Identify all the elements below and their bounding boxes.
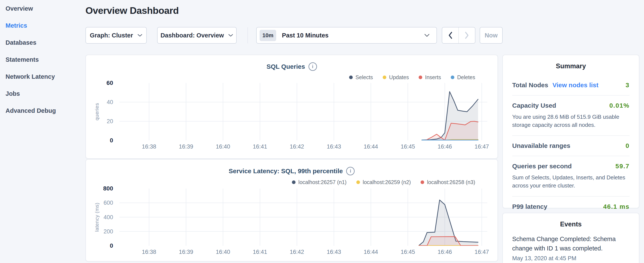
info-icon[interactable] bbox=[346, 167, 355, 175]
events-panel: Events Schema Change Completed: Schema c… bbox=[502, 213, 639, 263]
legend-dot bbox=[349, 76, 353, 79]
chart-title: Service Latency: SQL, 99th percentile bbox=[229, 167, 343, 175]
sidebar-item-statements[interactable]: Statements bbox=[0, 51, 82, 68]
summary-row-label: Total Nodes bbox=[512, 82, 548, 89]
legend-label: Selects bbox=[356, 74, 373, 80]
app-root: OverviewMetricsDatabasesStatementsNetwor… bbox=[0, 0, 644, 263]
chart-svg bbox=[120, 188, 487, 246]
time-back-button[interactable] bbox=[442, 28, 459, 43]
summary-row-subtext: You are using 28.6 MiB of 515.9 GiB usab… bbox=[512, 113, 630, 129]
chevron-down-icon bbox=[228, 34, 233, 37]
legend-item: localhost:26257 (n1) bbox=[292, 179, 346, 185]
chart-title: SQL Queries bbox=[266, 63, 305, 70]
chevron-left-icon bbox=[448, 32, 452, 39]
x-tick-label: 16:42 bbox=[290, 249, 304, 255]
time-range-dropdown[interactable]: 10m Past 10 Minutes bbox=[256, 27, 437, 44]
y-axis-ticks: 0200400600800 bbox=[90, 188, 113, 246]
sidebar-item-jobs[interactable]: Jobs bbox=[0, 85, 82, 102]
chevron-down-icon bbox=[137, 34, 142, 37]
service-latency-chart-card: Service Latency: SQL, 99th percentile lo… bbox=[86, 159, 498, 261]
y-tick-label: 0 bbox=[90, 137, 113, 144]
legend-item: localhost:26258 (n3) bbox=[420, 179, 475, 185]
x-tick-label: 16:43 bbox=[327, 249, 341, 255]
summary-row-subtext: Sum of Selects, Updates, Inserts, and De… bbox=[512, 174, 630, 190]
x-tick-label: 16:47 bbox=[474, 249, 489, 255]
legend-dot bbox=[419, 76, 422, 79]
summary-row-value: 0 bbox=[626, 142, 630, 149]
sidebar-item-advanced-debug[interactable]: Advanced Debug bbox=[0, 102, 82, 119]
y-tick-label: 800 bbox=[90, 185, 113, 192]
legend-item: Selects bbox=[349, 74, 373, 80]
summary-row-label: Capacity Used bbox=[512, 102, 556, 109]
sidebar-item-metrics[interactable]: Metrics bbox=[0, 17, 82, 34]
legend-item: Inserts bbox=[419, 74, 441, 80]
events-list: Schema Change Completed: Schema change w… bbox=[503, 234, 639, 262]
sidebar-item-databases[interactable]: Databases bbox=[0, 34, 82, 51]
summary-row-label: Queries per second bbox=[512, 163, 572, 170]
chart-legend: SelectsUpdatesInsertsDeletes bbox=[349, 74, 475, 80]
summary-rows: Total NodesView nodes list3Capacity Used… bbox=[503, 75, 639, 217]
y-tick-label: 40 bbox=[90, 99, 113, 106]
summary-row: Total NodesView nodes list3 bbox=[512, 75, 630, 96]
x-tick-label: 16:44 bbox=[364, 249, 378, 255]
y-tick-label: 20 bbox=[90, 118, 113, 125]
summary-row-value: 3 bbox=[626, 82, 630, 89]
legend-item: Updates bbox=[383, 74, 409, 80]
info-icon[interactable] bbox=[308, 62, 317, 71]
legend-label: Deletes bbox=[457, 74, 475, 80]
legend-dot bbox=[356, 180, 360, 184]
now-button[interactable]: Now bbox=[480, 27, 502, 44]
legend-label: localhost:26259 (n2) bbox=[363, 179, 411, 185]
legend-item: Deletes bbox=[451, 74, 475, 80]
y-tick-label: 400 bbox=[90, 214, 113, 220]
x-tick-label: 16:41 bbox=[253, 249, 267, 255]
legend-item: localhost:26259 (n2) bbox=[356, 179, 411, 185]
chart-header: Service Latency: SQL, 99th percentile bbox=[86, 167, 498, 175]
sql-queries-chart-card: SQL Queries SelectsUpdatesInsertsDeletes… bbox=[86, 55, 498, 159]
x-tick-label: 16:46 bbox=[438, 143, 452, 150]
summary-row: Capacity Used0.01%You are using 28.6 MiB… bbox=[512, 96, 630, 136]
x-tick-label: 16:45 bbox=[400, 249, 415, 255]
sidebar-items: OverviewMetricsDatabasesStatementsNetwor… bbox=[0, 0, 82, 119]
time-range-label: Past 10 Minutes bbox=[282, 32, 328, 39]
chevron-right-icon bbox=[465, 32, 469, 39]
x-tick-label: 16:38 bbox=[142, 249, 156, 255]
x-tick-label: 16:40 bbox=[216, 143, 230, 150]
x-tick-label: 16:47 bbox=[474, 143, 489, 150]
view-nodes-link[interactable]: View nodes list bbox=[552, 82, 598, 89]
x-tick-label: 16:43 bbox=[327, 143, 341, 150]
summary-heading: Summary bbox=[503, 62, 639, 70]
x-tick-label: 16:46 bbox=[438, 249, 452, 255]
chevron-down-icon bbox=[424, 34, 430, 37]
summary-row-value: 0.01% bbox=[609, 102, 630, 109]
events-heading: Events bbox=[503, 220, 639, 228]
y-tick-label: 600 bbox=[90, 200, 113, 206]
x-tick-label: 16:38 bbox=[142, 143, 156, 150]
summary-row: Queries per second59.7Sum of Selects, Up… bbox=[512, 156, 630, 196]
summary-row-head: Unavailable ranges0 bbox=[512, 142, 630, 149]
dashboard-dropdown-label: Dashboard: Overview bbox=[160, 32, 224, 39]
y-tick-label: 60 bbox=[90, 80, 113, 86]
sidebar-item-network-latency[interactable]: Network Latency bbox=[0, 68, 82, 85]
x-tick-label: 16:39 bbox=[179, 143, 193, 150]
chart-plot-area bbox=[120, 188, 487, 246]
summary-row-head: Total NodesView nodes list3 bbox=[512, 82, 630, 89]
summary-row-label: P99 latency bbox=[512, 203, 547, 210]
x-tick-label: 16:42 bbox=[290, 143, 304, 150]
graph-dropdown[interactable]: Graph: Cluster bbox=[86, 27, 147, 44]
time-forward-button[interactable] bbox=[459, 28, 475, 43]
legend-label: localhost:26257 (n1) bbox=[298, 179, 346, 185]
dashboard-dropdown[interactable]: Dashboard: Overview bbox=[157, 27, 237, 44]
legend-dot bbox=[420, 180, 424, 184]
sidebar-item-overview[interactable]: Overview bbox=[0, 0, 82, 17]
sidebar-nav: OverviewMetricsDatabasesStatementsNetwor… bbox=[0, 0, 82, 263]
controls-divider bbox=[248, 27, 248, 43]
x-axis-ticks: 16:3816:3916:4016:4116:4216:4316:4416:45… bbox=[120, 143, 487, 152]
y-axis-ticks: 0204060 bbox=[90, 83, 113, 140]
x-tick-label: 16:39 bbox=[179, 249, 193, 255]
summary-row: Unavailable ranges0 bbox=[512, 136, 630, 156]
summary-row-label: Unavailable ranges bbox=[512, 142, 570, 149]
x-tick-label: 16:45 bbox=[400, 143, 415, 150]
summary-row-head: Capacity Used0.01% bbox=[512, 102, 630, 109]
summary-row-value: 59.7 bbox=[616, 163, 630, 170]
